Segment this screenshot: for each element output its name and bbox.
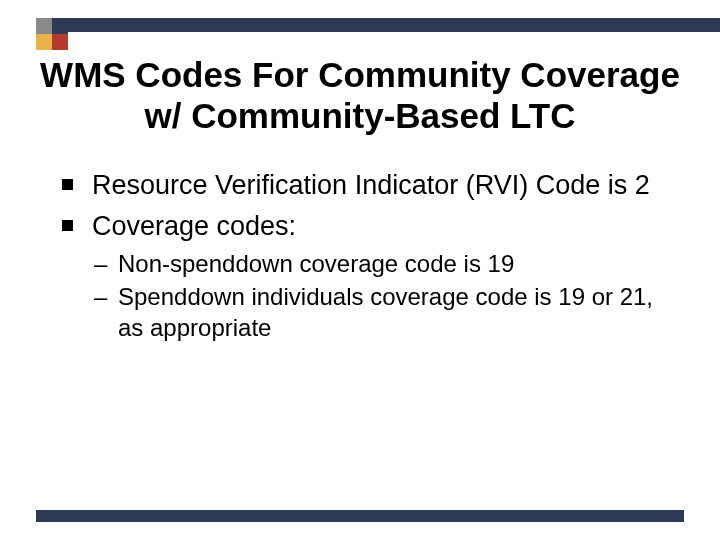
logo-quadrant xyxy=(36,18,52,34)
logo-quadrant xyxy=(36,34,52,50)
slide-logo-icon xyxy=(36,18,68,50)
top-accent-bar xyxy=(68,18,720,32)
sub-bullet-item: Spenddown individuals coverage code is 1… xyxy=(92,282,680,343)
slide-title: WMS Codes For Community Coverage w/ Comm… xyxy=(20,54,700,137)
sub-bullet-item: Non-spenddown coverage code is 19 xyxy=(92,249,680,280)
bottom-accent-bar xyxy=(36,510,684,522)
bullet-text: Resource Verification Indicator (RVI) Co… xyxy=(92,170,650,200)
bullet-text: Coverage codes: xyxy=(92,211,296,241)
bullet-item: Coverage codes: Non-spenddown coverage c… xyxy=(58,209,680,344)
sub-bullet-text: Non-spenddown coverage code is 19 xyxy=(118,250,514,277)
slide-body: Resource Verification Indicator (RVI) Co… xyxy=(58,168,680,349)
sub-bullet-list: Non-spenddown coverage code is 19 Spendd… xyxy=(92,249,680,343)
bullet-list: Resource Verification Indicator (RVI) Co… xyxy=(58,168,680,343)
bullet-item: Resource Verification Indicator (RVI) Co… xyxy=(58,168,680,203)
sub-bullet-text: Spenddown individuals coverage code is 1… xyxy=(118,283,653,341)
logo-quadrant xyxy=(52,34,68,50)
logo-quadrant xyxy=(52,18,68,34)
